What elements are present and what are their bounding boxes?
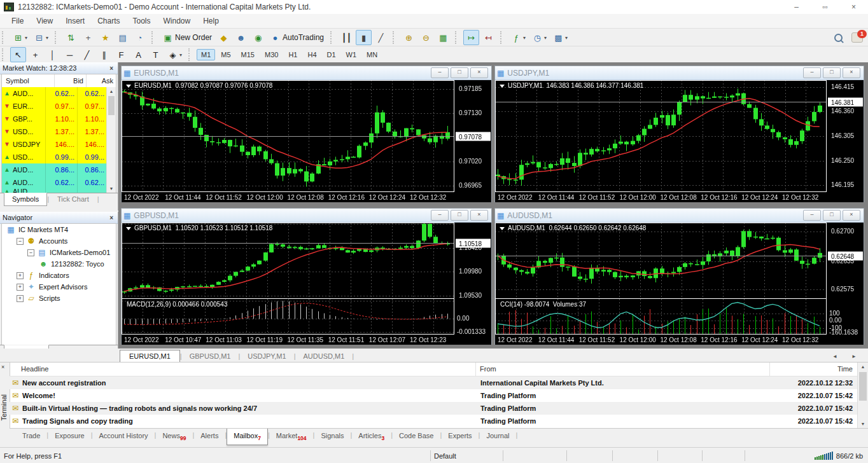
timeframe-m30[interactable]: M30 [260, 49, 283, 60]
close-icon[interactable]: × [470, 210, 488, 221]
market-watch-row[interactable]: ▲AUD...0.86...0.86... [2, 163, 107, 176]
column-symbol[interactable]: Symbol [2, 74, 55, 87]
timeframe-m5[interactable]: M5 [216, 49, 235, 60]
mail-row[interactable]: ✉Built-in Virtual Hosting — trading robo… [10, 402, 858, 415]
shapes-button[interactable]: ◈▾ [165, 47, 185, 62]
chart-window-titlebar[interactable]: ▦GBPUSD,M1‒□× [122, 209, 491, 223]
terminal-button[interactable]: ▤ [115, 30, 130, 45]
channel-button[interactable]: ∥ [96, 47, 112, 62]
terminal-tab-market[interactable]: Market104 [270, 429, 313, 445]
chart-window-titlebar[interactable]: ▦USDJPY,M1‒□× [495, 66, 864, 80]
market-watch-button[interactable]: ⇅ [63, 30, 79, 45]
restore-icon[interactable]: □ [823, 210, 841, 221]
timeframe-mn[interactable]: MN [362, 49, 382, 60]
minimize-icon[interactable]: ‒ [803, 67, 821, 78]
tab-scroll-arrows[interactable]: ◄ ► [832, 354, 868, 362]
close-icon[interactable]: × [1, 364, 4, 370]
market-watch-row[interactable]: ▼USD...1.37...1.37... [2, 125, 107, 138]
nav-item-12132882-toyco[interactable]: ☻12132882: Toyco [2, 258, 116, 270]
terminal-tab-signals[interactable]: Signals [314, 429, 350, 443]
mail-row[interactable]: ✉New account registrationInternational C… [10, 377, 858, 389]
chart-window-audusd[interactable]: ▦AUDUSD,M1‒□× [494, 208, 864, 345]
text-button[interactable]: A [130, 47, 146, 62]
timeframe-w1[interactable]: W1 [342, 49, 361, 60]
restore-icon[interactable]: □ [451, 67, 468, 78]
mail-row[interactable]: ✉Trading Signals and copy tradingTrading… [10, 415, 858, 427]
close-icon[interactable]: × [843, 210, 860, 221]
tile-windows-button[interactable]: ▦ [435, 30, 451, 45]
terminal-tab-account-history[interactable]: Account History [93, 429, 155, 443]
expand-icon[interactable]: + [17, 272, 24, 279]
metaeditor-button[interactable]: ◆ [216, 30, 232, 45]
timeframe-h1[interactable]: H1 [284, 49, 302, 60]
chart-window-titlebar[interactable]: ▦AUDUSD,M1‒□× [495, 209, 864, 223]
notifications-icon[interactable]: 1 [851, 32, 863, 43]
market-watch-row[interactable]: ▼EUR...0.97...0.97... [2, 100, 107, 113]
crosshair-button[interactable]: + [27, 47, 43, 62]
close-icon[interactable]: × [470, 67, 488, 78]
chart-tab-usdjpy-m1[interactable]: USDJPY,M1 [240, 350, 293, 362]
chart-window-usdjpy[interactable]: ▦USDJPY,M1‒□× [494, 66, 864, 202]
templates-button[interactable]: ▩▾ [550, 30, 570, 45]
chart-canvas-usdjpy[interactable] [495, 80, 864, 202]
column-ask[interactable]: Ask [87, 74, 116, 87]
menu-charts[interactable]: Charts [91, 14, 126, 28]
menu-file[interactable]: File [5, 14, 30, 28]
terminal-tab-code-base[interactable]: Code Base [393, 429, 440, 443]
zoom-out-button[interactable]: ⊖ [418, 30, 434, 45]
search-icon[interactable] [834, 34, 843, 42]
column-from[interactable]: From [476, 363, 770, 376]
expand-icon[interactable]: + [17, 284, 24, 291]
collapse-icon[interactable]: − [27, 249, 34, 256]
profiles-button[interactable]: ⊟▾ [31, 30, 51, 45]
menu-insert[interactable]: Insert [59, 14, 91, 28]
nav-item-accounts[interactable]: −⚉Accounts [2, 235, 116, 247]
periods-button[interactable]: ◷▾ [529, 30, 549, 45]
market-watch-row[interactable]: ▲USD...0.99...0.99... [2, 151, 107, 163]
candle-mode-button[interactable]: ▮ [356, 30, 372, 45]
terminal-tab-experts[interactable]: Experts [442, 429, 478, 443]
market-watch-row[interactable]: ▼GBP...1.10...1.10... [2, 113, 107, 125]
minimize-icon[interactable]: ‒ [803, 210, 821, 221]
restore-icon[interactable]: □ [823, 67, 841, 78]
restore-icon[interactable]: ▫▫ [811, 0, 839, 14]
scrollbar-thumb[interactable] [108, 96, 115, 115]
scrollbar-thumb[interactable] [859, 372, 867, 401]
timeframe-m15[interactable]: M15 [237, 49, 259, 60]
column-bid[interactable]: Bid [55, 74, 87, 87]
menu-help[interactable]: Help [197, 14, 225, 28]
terminal-tab-alerts[interactable]: Alerts [194, 429, 225, 443]
chart-window-titlebar[interactable]: ▦EURUSD,M1‒□× [122, 66, 491, 80]
terminal-tab-exposure[interactable]: Exposure [48, 429, 90, 443]
collapse-icon[interactable]: − [17, 238, 24, 245]
tab-tick-chart[interactable]: Tick Chart [49, 193, 97, 206]
zoom-in-button[interactable]: ⊕ [401, 30, 417, 45]
column-time[interactable]: Time [770, 363, 858, 376]
market-watch-row[interactable]: ▲AUD...0.62...0.62... [2, 87, 107, 100]
minimize-icon[interactable]: ‒ [431, 67, 449, 78]
terminal-tab-news[interactable]: News99 [156, 429, 192, 445]
timeframe-m1[interactable]: M1 [197, 49, 215, 60]
chart-window-gbpusd[interactable]: ▦GBPUSD,M1‒□× [121, 208, 492, 345]
nav-item-scripts[interactable]: +▱Scripts [2, 293, 116, 304]
chart-canvas-audusd[interactable] [495, 223, 864, 345]
strategy-tester-button[interactable]: ◔ [132, 30, 148, 45]
terminal-tab-journal[interactable]: Journal [480, 429, 515, 443]
chart-shift-button[interactable]: ↤ [480, 30, 496, 45]
chart-canvas-gbpusd[interactable] [122, 223, 491, 345]
nav-item-ic-markets-mt4[interactable]: ▦IC Markets MT4 [2, 224, 116, 235]
new-chart-button[interactable]: ⊞▾ [10, 30, 30, 45]
vertical-line-button[interactable]: │ [45, 47, 60, 62]
minimize-icon[interactable]: – [782, 0, 811, 14]
signals-button[interactable]: ◉ [250, 30, 266, 45]
column-headline[interactable]: Headline [10, 363, 476, 376]
terminal-tab-trade[interactable]: Trade [16, 429, 46, 443]
expand-icon[interactable]: + [17, 295, 24, 302]
nav-item-expert-advisors[interactable]: +✦Expert Advisors [2, 281, 116, 293]
nav-item-icmarkets-demo01[interactable]: −▤ICMarkets-Demo01 [2, 247, 116, 258]
terminal-scrollbar[interactable]: ▲ ▼ [857, 363, 868, 429]
line-mode-button[interactable]: ╱ [373, 30, 389, 45]
chart-window-eurusd[interactable]: ▦EURUSD,M1‒□× [121, 66, 492, 202]
close-icon[interactable]: × [108, 65, 115, 72]
auto-scroll-button[interactable]: ↦ [463, 30, 479, 45]
